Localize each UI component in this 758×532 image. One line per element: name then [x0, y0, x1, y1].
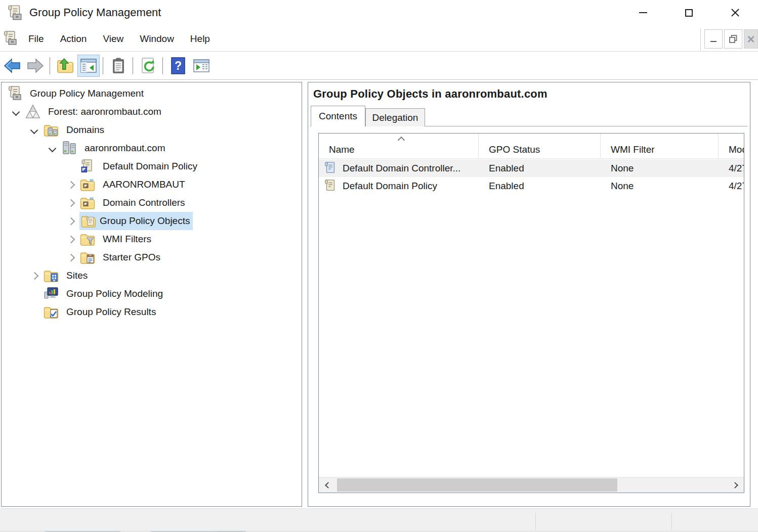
column-header-modified[interactable]: Modi — [719, 134, 744, 158]
tab-delegation[interactable]: Delegation — [365, 108, 425, 126]
tree-item-label[interactable]: Group Policy Results — [63, 305, 159, 319]
table-body: Default Domain Controller... Enabled Non… — [319, 159, 744, 195]
tree-item-label[interactable]: Domain Controllers — [100, 196, 188, 210]
tree-item-aaronrombaut-ou[interactable]: AARONROMBAUT — [2, 175, 302, 194]
chevron-down-icon[interactable] — [8, 103, 25, 121]
tree-item-label[interactable]: Group Policy Management — [27, 86, 147, 101]
chevron-right-icon[interactable] — [26, 267, 43, 285]
column-header-name[interactable]: Name — [319, 134, 479, 158]
chevron-right-icon[interactable] — [62, 212, 79, 230]
help-icon: ? — [171, 57, 186, 74]
table-row[interactable]: Default Domain Policy Enabled None 4/27 — [319, 177, 744, 195]
tree-item-label[interactable]: AARONROMBAUT — [100, 178, 188, 192]
menu-file[interactable]: File — [20, 30, 52, 48]
gpo-table: Name GPO Status WMI Filter Modi Default … — [318, 133, 744, 493]
clipboard-button[interactable] — [107, 55, 130, 77]
tree-item-label[interactable]: WMI Filters — [100, 232, 154, 246]
starter-gpo-folder-icon — [79, 249, 96, 265]
tree-item-label[interactable]: Starter GPOs — [100, 250, 163, 264]
tree-item-group-policy-modeling[interactable]: Group Policy Modeling — [2, 285, 302, 303]
tree-item-group-policy-management[interactable]: Group Policy Management — [2, 84, 302, 103]
up-one-level-button[interactable] — [54, 55, 76, 77]
show-console-tree-button[interactable] — [77, 55, 100, 77]
console-tree: Group Policy Management Forest: aaronrom… — [2, 82, 302, 321]
clipboard-icon — [110, 57, 127, 75]
scroll-left-button[interactable] — [319, 477, 335, 493]
tree-item-default-domain-policy[interactable]: Default Domain Policy — [2, 157, 302, 175]
window-title: Group Policy Management — [29, 6, 161, 19]
status-bar-divider — [535, 513, 536, 530]
tree-item-sites[interactable]: Sites — [2, 267, 302, 285]
menu-help[interactable]: Help — [182, 30, 218, 48]
wmi-filter: None — [601, 181, 719, 192]
tree-item-label[interactable]: Group Policy Modeling — [63, 287, 166, 301]
status-bar-divider — [671, 513, 672, 530]
pane-heading: Group Policy Objects in aaronrombaut.com — [313, 87, 548, 101]
column-header-wmi-filter[interactable]: WMI Filter — [601, 134, 719, 158]
mdi-restore-button[interactable] — [724, 29, 742, 49]
tree-item-forest[interactable]: Forest: aaronrombaut.com — [2, 103, 302, 121]
back-button[interactable] — [1, 55, 23, 77]
svg-text:?: ? — [175, 59, 182, 72]
export-list-icon — [192, 57, 210, 74]
chevron-right-icon[interactable] — [62, 194, 79, 212]
modeling-icon — [43, 286, 59, 302]
table-row[interactable]: Default Domain Controller... Enabled Non… — [319, 159, 744, 177]
horizontal-scrollbar[interactable] — [319, 477, 744, 493]
tree-item-domain-aaronrombaut[interactable]: aaronrombaut.com — [2, 139, 302, 157]
tree-selection-highlight[interactable]: Group Policy Objects — [79, 212, 193, 230]
forward-button[interactable] — [24, 55, 47, 77]
tree-item-label[interactable]: Forest: aaronrombaut.com — [45, 105, 164, 119]
status-bar — [0, 508, 758, 532]
gpo-link-icon — [79, 158, 96, 174]
export-list-button[interactable] — [190, 55, 213, 77]
toolbar-separator — [103, 57, 103, 74]
maximize-button[interactable] — [677, 2, 700, 23]
refresh-button[interactable] — [137, 55, 159, 77]
domains-folder-icon — [43, 122, 59, 138]
minimize-button[interactable] — [631, 2, 655, 23]
tree-item-label[interactable]: Domains — [63, 123, 107, 137]
tree-item-wmi-filters[interactable]: WMI Filters — [2, 230, 302, 248]
results-icon — [43, 304, 59, 320]
console-icon — [2, 29, 18, 48]
sites-folder-icon — [43, 268, 59, 284]
scroll-right-button[interactable] — [728, 477, 744, 493]
gpo-name[interactable]: Default Domain Controller... — [343, 163, 460, 174]
menu-window[interactable]: Window — [132, 30, 182, 48]
chevron-placeholder — [26, 285, 43, 303]
chevron-placeholder — [26, 303, 43, 321]
mdi-close-button[interactable] — [744, 29, 758, 49]
tree-item-label[interactable]: Default Domain Policy — [100, 159, 200, 173]
toolbar: ? — [0, 52, 758, 80]
tab-contents[interactable]: Contents — [311, 106, 365, 126]
domain-icon — [61, 140, 77, 156]
forward-icon — [26, 57, 45, 74]
chevron-right-icon[interactable] — [62, 175, 79, 194]
tree-item-domain-controllers[interactable]: Domain Controllers — [2, 194, 302, 212]
chevron-right-icon[interactable] — [62, 230, 79, 248]
chevron-down-icon[interactable] — [44, 139, 61, 157]
chevron-right-icon[interactable] — [62, 248, 79, 267]
mdi-minimize-button[interactable] — [704, 29, 723, 49]
gpo-name[interactable]: Default Domain Policy — [343, 181, 437, 192]
tree-item-group-policy-objects[interactable]: Group Policy Objects — [2, 212, 302, 230]
menu-action[interactable]: Action — [52, 30, 95, 48]
tree-item-domains[interactable]: Domains — [2, 121, 302, 139]
tree-item-group-policy-results[interactable]: Group Policy Results — [2, 303, 302, 321]
close-button[interactable] — [724, 2, 747, 23]
tree-item-label[interactable]: Sites — [63, 269, 91, 283]
ou-folder-icon — [79, 195, 96, 211]
column-header-gpo-status[interactable]: GPO Status — [479, 134, 601, 158]
help-button[interactable]: ? — [167, 55, 189, 77]
scrollbar-thumb[interactable] — [337, 478, 617, 492]
gpo-scroll-icon — [323, 161, 338, 176]
tree-item-label[interactable]: aaronrombaut.com — [81, 141, 168, 155]
tree-item-label[interactable]: Group Policy Objects — [100, 215, 192, 227]
tree-item-starter-gpos[interactable]: Starter GPOs — [2, 248, 302, 267]
chevron-down-icon[interactable] — [26, 121, 43, 139]
title-bar: Group Policy Management — [0, 0, 758, 26]
back-icon — [3, 57, 21, 74]
menu-view[interactable]: View — [95, 30, 132, 48]
workspace: Group Policy Management Forest: aaronrom… — [0, 81, 758, 508]
